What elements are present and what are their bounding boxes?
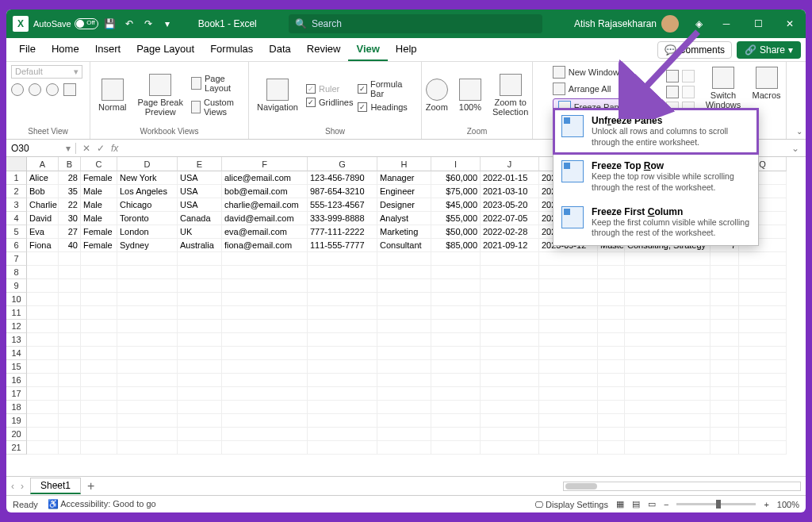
cell[interactable] xyxy=(598,387,625,401)
cell[interactable] xyxy=(222,252,308,266)
cell[interactable] xyxy=(625,293,710,306)
switch-windows-button[interactable]: Switch Windows xyxy=(703,65,745,111)
cell[interactable]: $45,000 xyxy=(431,198,481,212)
cell[interactable] xyxy=(222,279,308,293)
cell[interactable] xyxy=(308,252,377,266)
cell[interactable] xyxy=(431,374,481,387)
cell[interactable] xyxy=(27,293,59,306)
cell[interactable]: Designer xyxy=(377,198,431,212)
column-header[interactable]: G xyxy=(308,157,377,171)
tab-formulas[interactable]: Formulas xyxy=(202,38,261,61)
share-button[interactable]: 🔗 Share ▾ xyxy=(737,41,801,59)
cell[interactable] xyxy=(377,441,431,455)
cell[interactable] xyxy=(739,401,787,414)
cell[interactable] xyxy=(178,320,222,333)
minimize-button[interactable]: ─ xyxy=(710,10,742,38)
column-header[interactable]: B xyxy=(59,157,81,171)
cell[interactable] xyxy=(222,441,308,455)
headings-checkbox[interactable]: ✓Headings xyxy=(358,102,416,113)
cell[interactable]: 111-555-7777 xyxy=(308,239,377,252)
horizontal-scrollbar[interactable] xyxy=(563,482,801,491)
tab-page-layout[interactable]: Page Layout xyxy=(128,38,202,61)
cell[interactable]: Male xyxy=(81,198,117,212)
cell[interactable] xyxy=(59,374,81,387)
cell[interactable] xyxy=(308,374,377,387)
search-input[interactable]: 🔍 Search xyxy=(289,14,542,33)
cell[interactable] xyxy=(431,414,481,428)
cell[interactable] xyxy=(59,252,81,266)
cell[interactable] xyxy=(81,441,117,455)
freeze-first-column-item[interactable]: Freeze First ColumnKeep the first column… xyxy=(553,200,758,245)
save-icon[interactable]: 💾 xyxy=(103,17,117,31)
cell[interactable]: USA xyxy=(178,171,222,185)
fx-icon[interactable]: fx xyxy=(111,143,118,154)
cell[interactable] xyxy=(308,428,377,441)
cell[interactable]: 2021-03-10 xyxy=(481,185,539,198)
cell[interactable]: London xyxy=(117,225,178,239)
cell[interactable] xyxy=(539,333,598,347)
cell[interactable]: $75,000 xyxy=(431,185,481,198)
cell[interactable] xyxy=(222,293,308,306)
zoom-button[interactable]: Zoom xyxy=(423,77,451,113)
name-box[interactable]: O30▾ xyxy=(6,143,76,154)
cell[interactable] xyxy=(377,347,431,360)
cell[interactable] xyxy=(539,360,598,374)
cell[interactable] xyxy=(178,360,222,374)
cell[interactable] xyxy=(598,401,625,414)
row-header[interactable]: 19 xyxy=(6,414,27,428)
cell[interactable]: $85,000 xyxy=(431,239,481,252)
cell[interactable] xyxy=(308,320,377,333)
cell[interactable] xyxy=(81,293,117,306)
cell[interactable]: David xyxy=(27,212,59,225)
cell[interactable] xyxy=(178,306,222,320)
cell[interactable] xyxy=(739,306,787,320)
cell[interactable]: 987-654-3210 xyxy=(308,185,377,198)
cell[interactable] xyxy=(308,401,377,414)
cell[interactable] xyxy=(377,252,431,266)
cell[interactable] xyxy=(27,320,59,333)
cell[interactable] xyxy=(481,347,539,360)
cell[interactable] xyxy=(117,266,178,279)
cell[interactable]: Sydney xyxy=(117,239,178,252)
cell[interactable] xyxy=(539,320,598,333)
cell[interactable] xyxy=(59,387,81,401)
cell[interactable] xyxy=(27,279,59,293)
row-header[interactable]: 3 xyxy=(6,198,27,212)
cell[interactable] xyxy=(308,347,377,360)
cell[interactable] xyxy=(222,306,308,320)
cell[interactable]: Male xyxy=(81,185,117,198)
cell[interactable] xyxy=(117,252,178,266)
cell[interactable] xyxy=(27,374,59,387)
cell[interactable] xyxy=(59,333,81,347)
cell[interactable]: Analyst xyxy=(377,212,431,225)
cell[interactable] xyxy=(178,387,222,401)
cell[interactable] xyxy=(117,333,178,347)
cell[interactable] xyxy=(308,279,377,293)
tab-file[interactable]: File xyxy=(11,38,44,61)
cell[interactable]: 40 xyxy=(59,239,81,252)
row-header[interactable]: 11 xyxy=(6,306,27,320)
arrange-all-button[interactable]: Arrange All xyxy=(553,82,611,96)
keep-icon[interactable] xyxy=(11,83,24,96)
cell[interactable]: 2021-09-12 xyxy=(481,239,539,252)
cell[interactable] xyxy=(710,333,739,347)
cell[interactable] xyxy=(117,306,178,320)
cell[interactable] xyxy=(539,306,598,320)
cell[interactable] xyxy=(739,293,787,306)
column-header[interactable]: C xyxy=(81,157,117,171)
cell[interactable]: Eva xyxy=(27,225,59,239)
cell[interactable] xyxy=(222,347,308,360)
cell[interactable] xyxy=(539,414,598,428)
zoom-in-icon[interactable]: + xyxy=(764,500,768,509)
new-window-button[interactable]: New Window xyxy=(553,65,619,79)
cell[interactable] xyxy=(222,320,308,333)
cell[interactable] xyxy=(739,360,787,374)
cell[interactable] xyxy=(59,401,81,414)
redo-icon[interactable]: ↷ xyxy=(141,17,155,31)
zoom-out-icon[interactable]: − xyxy=(664,500,668,509)
cell[interactable]: Chicago xyxy=(117,198,178,212)
freeze-top-row-item[interactable]: Freeze Top RowKeep the top row visible w… xyxy=(553,154,758,199)
cell[interactable] xyxy=(598,266,625,279)
cell[interactable] xyxy=(308,293,377,306)
cell[interactable]: 22 xyxy=(59,198,81,212)
